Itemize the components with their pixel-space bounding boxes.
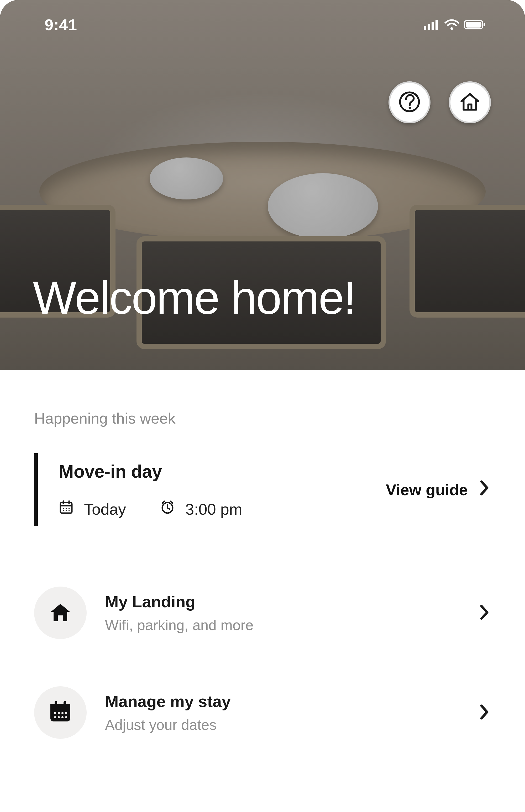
svg-point-4 [450,27,453,30]
cellular-icon [424,19,439,30]
chevron-right-icon [478,603,491,623]
event-date-label: Today [84,500,126,518]
svg-point-19 [69,510,70,511]
menu-text: Manage my stay Adjust your dates [105,692,460,733]
status-time: 9:41 [45,16,77,34]
event-time-label: 3:00 pm [185,500,242,518]
svg-rect-3 [435,20,438,30]
hero-button-group [389,81,491,123]
chevron-right-icon [478,703,491,722]
help-button[interactable] [389,81,431,123]
chevron-right-icon [478,478,491,501]
svg-point-16 [69,508,70,509]
section-label: Happening this week [34,410,491,427]
svg-point-9 [409,107,411,109]
menu-subtitle: Wifi, parking, and more [105,617,460,633]
event-card[interactable]: Move-in day [34,453,491,526]
svg-point-31 [61,716,63,718]
event-date: Today [59,500,126,518]
menu-row-manage-stay[interactable]: Manage my stay Adjust your dates [34,678,491,747]
event-title: Move-in day [59,461,386,481]
svg-point-25 [54,712,56,714]
menu-text: My Landing Wifi, parking, and more [105,592,460,633]
status-bar: 9:41 [0,12,525,38]
menu-icon-circle [34,686,87,739]
svg-point-27 [61,712,63,714]
menu-title: My Landing [105,592,460,611]
event-details: Move-in day [59,461,386,518]
menu-subtitle: Adjust your dates [105,717,460,733]
svg-point-30 [58,716,60,718]
event-time: 3:00 pm [160,500,242,518]
event-meta: Today 3:00 pm [59,500,386,518]
view-guide-label: View guide [386,481,468,499]
battery-icon [464,19,485,30]
svg-rect-24 [63,701,66,706]
menu-icon-circle [34,586,87,639]
svg-point-17 [63,510,64,511]
menu-row-my-landing[interactable]: My Landing Wifi, parking, and more [34,579,491,647]
home-button[interactable] [449,81,491,123]
svg-point-14 [63,508,64,509]
main-content: Happening this week Move-in day [0,370,525,747]
calendar-icon [59,500,74,518]
svg-rect-0 [424,26,426,30]
wifi-icon [444,19,460,30]
hero-image: 9:41 [0,0,525,370]
svg-rect-1 [427,24,430,30]
home-icon [47,599,74,626]
svg-point-18 [65,510,67,511]
view-guide-button[interactable]: View guide [386,478,491,501]
help-icon [398,91,421,114]
svg-rect-6 [466,22,481,28]
svg-rect-2 [432,22,434,30]
svg-rect-7 [483,23,485,26]
svg-point-15 [65,508,67,509]
svg-point-26 [58,712,60,714]
alarm-clock-icon [160,500,175,518]
menu-title: Manage my stay [105,692,460,711]
status-indicators [424,19,485,30]
home-outline-icon [458,90,482,115]
svg-rect-23 [55,701,57,706]
hero-title: Welcome home! [33,271,356,324]
svg-point-28 [65,712,67,714]
svg-rect-22 [50,704,70,709]
svg-point-29 [54,716,56,718]
calendar-filled-icon [47,699,74,727]
svg-point-32 [65,716,67,718]
